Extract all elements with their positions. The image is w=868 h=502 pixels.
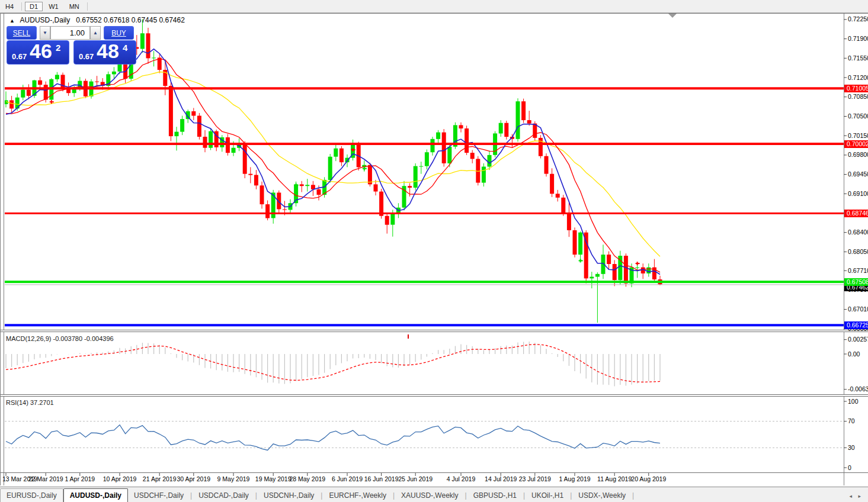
macd-tick-label: 0.002574 [848, 336, 868, 343]
rsi-tick-label: 0 [848, 464, 851, 472]
date-tick-label: 14 Jul 2019 [485, 475, 517, 482]
expand-triangle-icon[interactable]: ▲ [9, 18, 15, 24]
date-tick-label: 19 May 2019 [255, 475, 292, 482]
buy-price-big-digits: 48 [97, 40, 119, 63]
date-tick-label: 25 Jun 2019 [398, 475, 433, 482]
rsi-tick-label: 100 [848, 398, 859, 406]
candle-body [385, 216, 389, 225]
date-tick-label: 21 Apr 2019 [143, 475, 177, 482]
candle-body [226, 137, 230, 153]
date-tick-label: 1 Apr 2019 [65, 475, 95, 482]
price-tick-label: 0.70150 [848, 132, 868, 140]
horizontal-line-object[interactable] [5, 324, 844, 326]
date-tick-label: 28 May 2019 [289, 475, 325, 482]
candle-body [447, 147, 451, 163]
price-tick-label: 0.70500 [848, 112, 868, 120]
price-tick-label: 0.70850 [848, 93, 868, 101]
candle-body [27, 90, 31, 96]
candle-body [470, 153, 475, 159]
candle-body [379, 192, 383, 216]
candle-body [408, 186, 412, 188]
candle-body [55, 75, 59, 79]
candle-body [504, 123, 508, 137]
trade-marker [364, 167, 365, 170]
ohlc-values: 0.67552 0.67618 0.67445 0.67462 [76, 16, 185, 24]
buy-price-prefix: 0.67 [79, 52, 94, 61]
candle-body [203, 137, 207, 148]
candle-body [431, 139, 435, 152]
price-tick-label: 0.69800 [848, 151, 868, 159]
horizontal-line-object[interactable] [5, 281, 844, 283]
hline-price-label: 0.68746 [844, 210, 868, 217]
candle-body [21, 90, 25, 98]
candle-body [339, 149, 344, 162]
candle-body [499, 123, 503, 134]
candle-body [265, 204, 270, 218]
candle-body [38, 81, 42, 85]
candle-body [243, 143, 247, 173]
candle-body [175, 132, 179, 137]
candle-body [305, 185, 309, 186]
volume-decrease-button[interactable]: ▼ [40, 26, 50, 40]
candle-body [482, 167, 486, 183]
bid-price-line [5, 284, 844, 285]
price-tick-label: 0.72250 [848, 15, 868, 23]
sell-price-display[interactable]: 0.67 46 2 [7, 40, 69, 65]
candle-body [254, 175, 258, 186]
candle-body [140, 33, 145, 49]
candle-body [209, 131, 213, 148]
hline-price-label: 0.67508 [844, 278, 868, 286]
mt4-window: H4D1W1MN ▲ AUDUSD-,Daily 0.67552 0.67618… [0, 0, 868, 502]
sell-button[interactable]: SELL [7, 26, 37, 40]
horizontal-line-object[interactable] [5, 87, 844, 89]
candle-body [646, 268, 651, 273]
chart-shift-marker-icon[interactable] [668, 14, 677, 18]
sell-price-prefix: 0.67 [12, 52, 27, 61]
buy-price-display[interactable]: 0.67 48 4 [73, 40, 136, 65]
candle-body [232, 148, 236, 153]
candle-body [191, 111, 196, 116]
candle-body [152, 57, 156, 58]
candle-body [465, 128, 469, 153]
horizontal-line-object[interactable] [5, 213, 844, 214]
candle-body [146, 33, 150, 58]
rsi-indicator-label: RSI(14) 37.2701 [6, 399, 54, 406]
candle-body [624, 256, 628, 284]
horizontal-line-object[interactable] [5, 143, 844, 145]
candle-body [9, 100, 14, 108]
price-tick-label: 0.71900 [848, 35, 868, 43]
candle-body [419, 166, 423, 167]
candle-body [561, 198, 565, 214]
candle-body [180, 119, 184, 132]
date-tick-label: 30 Apr 2019 [177, 475, 210, 482]
price-tick-label: 0.69450 [848, 170, 868, 178]
candle-body [544, 156, 549, 174]
candle-body [283, 210, 287, 210]
buy-button[interactable]: BUY [104, 26, 134, 40]
candle-body [66, 89, 71, 94]
candle-body [635, 268, 639, 268]
volume-input[interactable]: 1.00 [50, 26, 90, 40]
candle-body [607, 255, 611, 264]
candle-body [260, 185, 264, 204]
sell-price-big-digits: 46 [30, 40, 52, 63]
volume-increase-button[interactable]: ▲ [90, 26, 101, 40]
hline-price-label: 0.66725 [844, 321, 868, 329]
candle-body [539, 138, 543, 156]
date-tick-label: 20 Aug 2019 [631, 475, 666, 482]
candle-body [556, 194, 560, 198]
chart-canvas[interactable] [0, 0, 868, 502]
symbol-period-label: AUDUSD-,Daily [20, 16, 71, 24]
trade-marker [637, 262, 638, 265]
vline-object-tick [408, 334, 409, 339]
macd-signal-line [6, 345, 660, 382]
candle-body [300, 184, 304, 186]
moving-average-20 [6, 72, 660, 257]
price-tick-label: 0.68050 [848, 248, 868, 256]
price-tick-label: 0.69100 [848, 190, 868, 198]
candle-body [595, 274, 600, 277]
date-tick-label: 6 Jun 2019 [332, 475, 363, 482]
buy-price-pip-digit: 4 [123, 43, 127, 53]
macd-pane [6, 342, 660, 386]
macd-indicator-label: MACD(12,26,9) -0.003780 -0.004396 [6, 335, 114, 342]
